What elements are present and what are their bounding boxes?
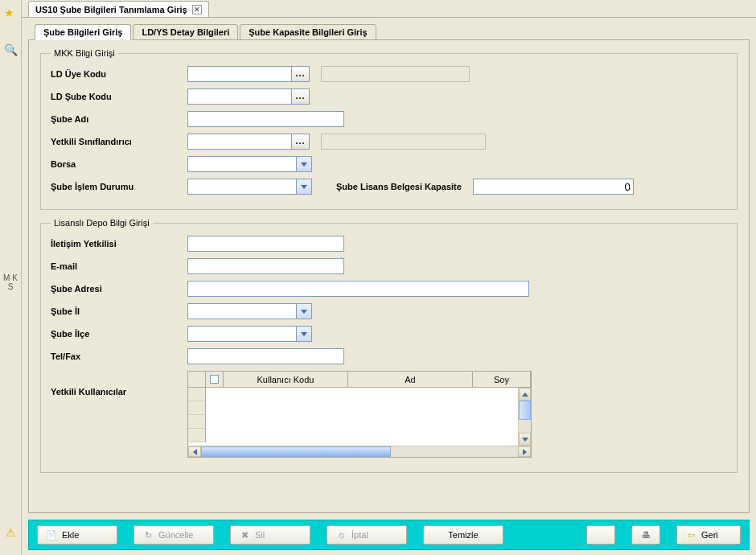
label-yetkili-kullanicilar: Yetkili Kullanıcılar (51, 371, 187, 397)
button-label: Sil (255, 530, 265, 540)
combo-sube-islem-durumu[interactable] (187, 179, 312, 195)
tab-label: Şube Kapasite Bilgileri Giriş (249, 27, 367, 37)
input-sube-ilce[interactable] (187, 326, 296, 342)
input-telfax[interactable] (187, 348, 344, 364)
combo-borsa[interactable] (187, 156, 312, 172)
scroll-left-icon[interactable] (188, 446, 201, 457)
combo-sube-il[interactable] (187, 303, 312, 319)
chevron-down-icon[interactable] (296, 156, 312, 172)
input-iletisim-yetkilisi[interactable] (187, 236, 344, 252)
label-kapasite: Şube Lisans Belgesi Kapasite (336, 182, 462, 191)
label-telfax: Tel/Fax (51, 352, 187, 361)
refresh-icon: ↻ (142, 530, 154, 541)
scroll-up-icon[interactable] (519, 388, 531, 401)
grid-row-header[interactable] (188, 401, 206, 415)
sil-button[interactable]: ✖ Sil (230, 525, 310, 545)
label-sube-adi: Şube Adı (51, 114, 187, 124)
delete-icon: ✖ (239, 530, 250, 541)
window-tab[interactable]: US10 Şube Bilgileri Tanımlama Giriş ✕ (28, 1, 209, 17)
tab-ldys-detay[interactable]: LD/YS Detay Bilgileri (133, 24, 238, 40)
chevron-down-icon[interactable] (296, 179, 312, 195)
scroll-thumb[interactable] (519, 401, 531, 420)
back-arrow-icon: ⇦ (685, 530, 696, 541)
iptal-button[interactable]: ⦸ İptal (327, 525, 407, 545)
print-button[interactable]: 🖶 (631, 525, 660, 545)
button-label: Geri (701, 530, 718, 540)
input-sube-adi[interactable] (187, 111, 344, 127)
grid-header-checkbox[interactable] (206, 372, 224, 387)
label-sube-adresi: Şube Adresi (51, 284, 187, 294)
blank-button[interactable] (586, 525, 615, 545)
input-yetkili-siniflandirici[interactable] (187, 134, 292, 150)
label-borsa: Borsa (51, 159, 187, 169)
input-sube-il[interactable] (187, 303, 296, 319)
add-icon: 📄 (46, 530, 57, 541)
legend-depo: Lisanslı Depo Bilgi Girişi (51, 218, 153, 228)
grid-cells-area[interactable] (206, 388, 531, 446)
label-sube-ilce: Şube İlçe (51, 329, 187, 339)
guncelle-button[interactable]: ↻ Güncelle (134, 525, 214, 545)
button-label: Temizle (448, 530, 478, 540)
grid-row-header[interactable] (188, 429, 206, 442)
label-ld-sube-kodu: LD Şube Kodu (51, 92, 187, 101)
display-ld-uye-kodu (321, 66, 470, 82)
button-bar: 📄 Ekle ↻ Güncelle ✖ Sil ⦸ İptal Temizle (28, 520, 750, 550)
input-kapasite[interactable] (473, 179, 634, 195)
grid-corner (188, 372, 206, 387)
printer-icon: 🖶 (642, 530, 651, 540)
geri-button[interactable]: ⇦ Geri (676, 525, 741, 545)
form-panel: MKK Bilgi Girişi LD Üye Kodu ... LD Şube… (28, 39, 750, 513)
legend-mkk: MKK Bilgi Girişi (51, 48, 118, 58)
window-tabbar: US10 Şube Bilgileri Tanımlama Giriş ✕ (22, 0, 756, 18)
scroll-thumb[interactable] (201, 446, 391, 457)
label-iletisim-yetkilisi: İletişim Yetkilisi (51, 239, 187, 249)
combo-sube-ilce[interactable] (187, 326, 312, 342)
window-title: US10 Şube Bilgileri Tanımlama Giriş (35, 5, 187, 14)
fieldset-mkk: MKK Bilgi Girişi LD Üye Kodu ... LD Şube… (40, 48, 738, 210)
lookup-ld-sube-kodu[interactable]: ... (292, 88, 310, 105)
input-ld-sube-kodu[interactable] (187, 88, 292, 105)
tab-label: Şube Bilgileri Giriş (43, 27, 122, 37)
label-yetkili-siniflandirici: Yetkili Sınıflandırıcı (51, 137, 187, 146)
grid-horizontal-scrollbar[interactable] (188, 446, 531, 457)
button-label: Ekle (62, 530, 79, 540)
label-sube-il: Şube İl (51, 306, 187, 316)
cancel-icon: ⦸ (335, 530, 347, 541)
favorite-icon[interactable]: ★ (4, 6, 17, 19)
input-borsa[interactable] (187, 156, 296, 172)
input-sube-islem-durumu[interactable] (187, 179, 296, 195)
chevron-down-icon[interactable] (296, 303, 312, 319)
label-sube-islem-durumu: Şube İşlem Durumu (51, 182, 187, 191)
grid-row-header[interactable] (188, 415, 206, 429)
chevron-down-icon[interactable] (296, 326, 312, 342)
grid-vertical-scrollbar[interactable] (518, 388, 531, 446)
lookup-yetkili-siniflandirici[interactable]: ... (292, 134, 310, 150)
grid-header-soy[interactable]: Soy (473, 372, 531, 387)
warning-icon[interactable]: ⚠ (6, 526, 16, 539)
input-email[interactable] (187, 258, 344, 274)
search-icon[interactable]: 🔍 (4, 43, 17, 56)
side-rail: ★ 🔍 M K S ⚠ (0, 0, 22, 555)
lookup-ld-uye-kodu[interactable]: ... (292, 66, 310, 82)
tab-sube-bilgileri[interactable]: Şube Bilgileri Giriş (35, 24, 131, 40)
input-sube-adresi[interactable] (187, 281, 529, 297)
grid-yetkili-kullanicilar[interactable]: Kullanıcı Kodu Ad Soy (187, 371, 532, 458)
inner-tabbar: Şube Bilgileri Giriş LD/YS Detay Bilgile… (28, 23, 750, 40)
grid-header-ad[interactable]: Ad (348, 372, 473, 387)
scroll-right-icon[interactable] (518, 446, 531, 457)
label-email: E-mail (51, 261, 187, 271)
ekle-button[interactable]: 📄 Ekle (37, 525, 117, 545)
tab-label: LD/YS Detay Bilgileri (142, 27, 229, 37)
grid-header-kullanici-kodu[interactable]: Kullanıcı Kodu (224, 372, 348, 387)
button-label: Güncelle (158, 530, 193, 540)
close-icon[interactable]: ✕ (192, 5, 202, 14)
scroll-down-icon[interactable] (519, 433, 531, 446)
tab-kapasite[interactable]: Şube Kapasite Bilgileri Giriş (240, 24, 376, 40)
display-yetkili-siniflandirici (321, 134, 486, 150)
grid-row-header[interactable] (188, 388, 206, 401)
input-ld-uye-kodu[interactable] (187, 66, 292, 82)
button-label: İptal (351, 530, 368, 540)
label-ld-uye-kodu: LD Üye Kodu (51, 69, 187, 79)
temizle-button[interactable]: Temizle (423, 525, 503, 545)
side-label-mks: M K S (0, 273, 21, 291)
